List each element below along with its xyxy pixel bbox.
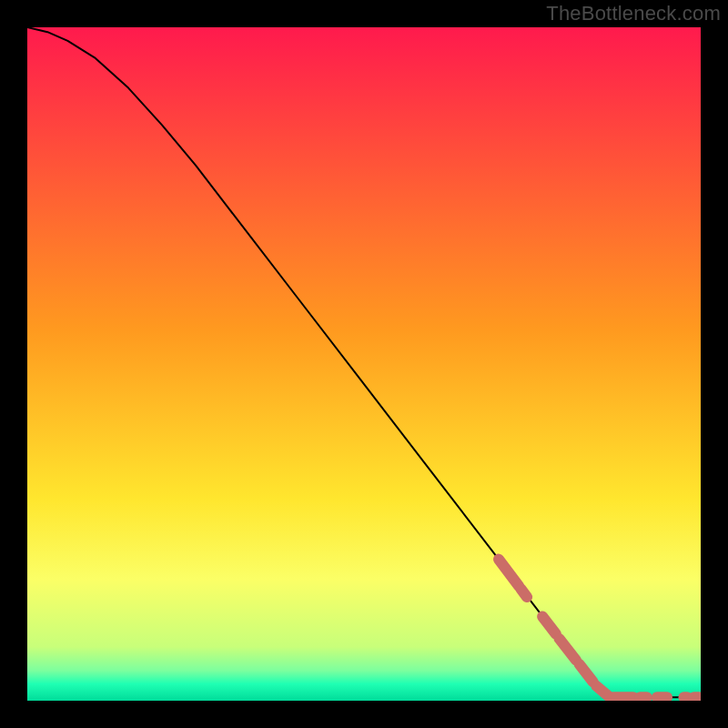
gradient-background [27, 27, 701, 701]
chart-stage: TheBottleneck.com [0, 0, 728, 728]
watermark-text: TheBottleneck.com [546, 2, 721, 25]
chart-svg [27, 27, 701, 701]
marker-segment [521, 589, 527, 597]
plot-area [27, 27, 701, 701]
